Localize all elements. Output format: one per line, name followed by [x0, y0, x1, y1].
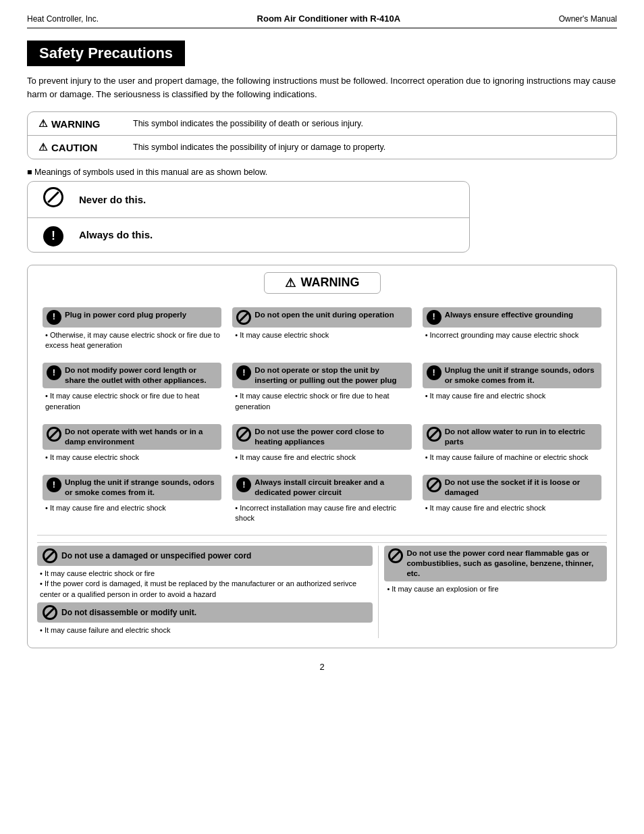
page-number: 2: [27, 662, 617, 672]
warning-item-desc-5: • It may cause fire and electric shock: [423, 391, 601, 401]
header-center: Room Air Conditioner with R-410A: [257, 14, 401, 24]
filled-icon-10: !: [236, 477, 251, 492]
filled-icon-0: !: [47, 310, 61, 325]
warning-item-header-text-2: Always ensure effective grounding: [445, 310, 573, 320]
warning-desc: This symbol indicates the possibility of…: [133, 119, 363, 128]
bottom-wide-desc-left-line2: • If the power cord is damaged, it must …: [40, 579, 373, 600]
no-icon-8: [427, 427, 441, 442]
bottom-wide-desc-left-1: • It may cause electric shock or fire • …: [37, 569, 373, 600]
warning-item-desc-9: • It may cause fire and electric shock: [43, 503, 221, 513]
warning-item-header-9: ! Unplug the unit if strange sounds, odo…: [43, 475, 221, 500]
filled-icon-5: !: [427, 365, 441, 380]
no-icon-11: [427, 477, 441, 492]
warning-item-header-0: ! Plug in power cord plug properly: [43, 307, 221, 328]
caution-triangle-icon: ⚠: [38, 141, 47, 153]
no-icon-wide-left2: [43, 605, 57, 620]
warning-item-header-4: ! Do not operate or stop the unit by ins…: [232, 363, 411, 388]
symbol-table: ⚠ WARNING This symbol indicates the poss…: [27, 111, 617, 159]
warning-item-header-text-5: Unplug the unit if strange sounds, odors…: [445, 365, 597, 386]
warning-section-title: ⚠ WARNING: [264, 272, 381, 294]
warning-cell-0: ! Plug in power cord plug properly • Oth…: [37, 303, 227, 359]
warning-cell-8: Do not allow water to run in to electric…: [417, 420, 607, 471]
warning-triangle-icon: ⚠: [38, 118, 47, 130]
warning-section: ⚠ WARNING ! Plug in power cord plug prop…: [27, 265, 617, 649]
bottom-right: Do not use the power cord near flammable…: [379, 546, 607, 639]
no-icon-wide-left: [43, 548, 57, 563]
bottom-wide-header-left2-text: Do not disassemble or modify unit.: [61, 608, 196, 617]
caution-label-text: CAUTION: [51, 142, 97, 153]
warning-section-label: WARNING: [301, 276, 360, 290]
warning-item-desc-6: • It may cause electric shock: [43, 452, 221, 463]
bottom-wide-header-left2: Do not disassemble or modify unit.: [37, 602, 373, 623]
warning-item-header-text-3: Do not modify power cord length or share…: [65, 365, 217, 386]
warning-cell-7: Do not use the power cord close to heati…: [227, 420, 417, 471]
warning-cell-11: Do not use the socket if it is loose or …: [417, 471, 607, 532]
warning-cell-4: ! Do not operate or stop the unit by ins…: [227, 359, 417, 420]
warning-item-header-text-1: Do not open the unit during operation: [254, 310, 394, 320]
always-row: ! Always do this.: [28, 218, 469, 252]
warning-item-header-text-8: Do not allow water to run in to electric…: [445, 427, 597, 447]
filled-icon-4: !: [236, 365, 251, 380]
intro-text: To prevent injury to the user and proper…: [27, 74, 617, 101]
warning-row: ⚠ WARNING This symbol indicates the poss…: [28, 112, 616, 136]
filled-icon-3: !: [47, 365, 61, 380]
warning-cell-10: ! Always install circuit breaker and a d…: [227, 471, 417, 532]
warning-item-header-text-10: Always install circuit breaker and a ded…: [254, 477, 407, 498]
never-icon: [41, 187, 65, 212]
bottom-right-desc: • It may cause an explosion or fire: [384, 584, 607, 594]
warning-item-header-text-9: Unplug the unit if strange sounds, odors…: [65, 477, 217, 498]
always-icon: !: [41, 224, 65, 246]
bottom-grid: Do not use a damaged or unspecified powe…: [37, 542, 607, 639]
meanings-header-text: ■ Meanings of symbols used in this manua…: [27, 167, 267, 177]
no-icon-7: [236, 427, 251, 442]
caution-row: ⚠ CAUTION This symbol indicates the poss…: [28, 136, 616, 159]
warning-item-desc-8: • It may cause failure of machine or ele…: [423, 452, 601, 463]
warning-cell-5: ! Unplug the unit if strange sounds, odo…: [417, 359, 607, 420]
warning-item-desc-1: • It may cause electric shock: [232, 330, 411, 340]
warning-item-header-text-0: Plug in power cord plug properly: [65, 310, 186, 320]
warning-cell-2: ! Always ensure effective grounding • In…: [417, 303, 607, 359]
warning-cell-3: ! Do not modify power cord length or sha…: [37, 359, 227, 420]
caution-desc: This symbol indicates the possibility of…: [133, 142, 385, 152]
warning-item-header-6: Do not operate with wet hands or in a da…: [43, 424, 221, 450]
warning-label-text: WARNING: [51, 118, 101, 130]
warning-item-header-text-11: Do not use the socket if it is loose or …: [445, 477, 597, 498]
page: Heat Controller, Inc. Room Air Condition…: [0, 0, 644, 834]
no-icon-right: [388, 548, 403, 563]
warning-label: ⚠ WARNING: [38, 118, 133, 130]
warning-item-header-5: ! Unplug the unit if strange sounds, odo…: [423, 363, 601, 388]
warning-item-header-1: Do not open the unit during operation: [232, 307, 411, 328]
page-title: Safety Precautions: [27, 41, 185, 66]
header-right: Owner's Manual: [559, 14, 617, 24]
warning-item-desc-3: • It may cause electric shock or fire du…: [43, 391, 221, 412]
meanings-header: ■ Meanings of symbols used in this manua…: [27, 167, 617, 177]
warning-item-header-text-6: Do not operate with wet hands or in a da…: [65, 427, 217, 447]
always-text: Always do this.: [79, 229, 153, 240]
no-icon-1: [236, 310, 251, 325]
bottom-section: Do not use a damaged or unspecified powe…: [37, 535, 607, 639]
warning-item-desc-0: • Otherwise, it may cause electric shock…: [43, 330, 221, 351]
warning-item-desc-10: • Incorrect installation may cause fire …: [232, 503, 411, 524]
warning-section-triangle-icon: ⚠: [285, 276, 296, 290]
warning-cell-9: ! Unplug the unit if strange sounds, odo…: [37, 471, 227, 532]
bottom-wide-desc-left2: • It may cause failure and electric shoc…: [37, 625, 373, 635]
warning-cell-1: Do not open the unit during operation • …: [227, 303, 417, 359]
bottom-right-header: Do not use the power cord near flammable…: [384, 546, 607, 581]
header-left: Heat Controller, Inc.: [27, 14, 99, 24]
filled-icon-9: !: [47, 477, 61, 492]
warning-item-desc-4: • It may cause electric shock or fire du…: [232, 391, 411, 412]
bottom-wide-header-left: Do not use a damaged or unspecified powe…: [37, 546, 373, 566]
bottom-wide-header-left-text: Do not use a damaged or unspecified powe…: [61, 551, 251, 561]
bottom-right-header-text: Do not use the power cord near flammable…: [406, 548, 603, 579]
warning-item-header-11: Do not use the socket if it is loose or …: [423, 475, 601, 500]
warning-item-desc-11: • It may cause fire and electric shock: [423, 503, 601, 513]
warning-item-header-3: ! Do not modify power cord length or sha…: [43, 363, 221, 388]
warning-item-desc-7: • It may cause fire and electric shock: [232, 452, 411, 463]
caution-label: ⚠ CAUTION: [38, 141, 133, 153]
bottom-wide-desc-left-line1: • It may cause electric shock or fire: [40, 569, 373, 579]
never-text: Never do this.: [79, 194, 146, 205]
filled-icon-2: !: [427, 310, 441, 325]
warning-grid: ! Plug in power cord plug properly • Oth…: [37, 303, 607, 532]
warning-item-header-2: ! Always ensure effective grounding: [423, 307, 601, 328]
warning-item-header-8: Do not allow water to run in to electric…: [423, 424, 601, 450]
